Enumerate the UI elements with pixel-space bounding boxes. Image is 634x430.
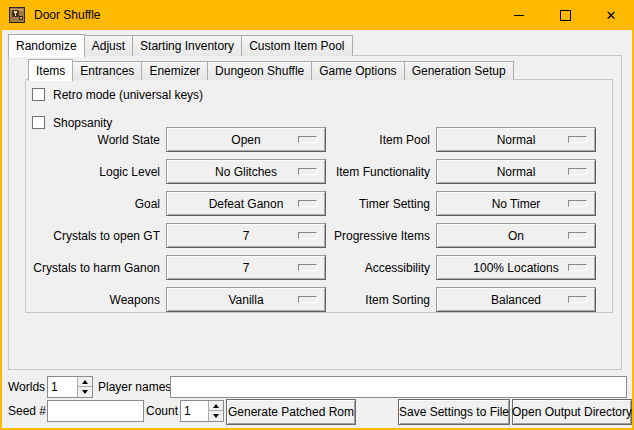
worlds-spinner bbox=[47, 376, 93, 398]
count-spin-arrows bbox=[208, 401, 223, 421]
tab-label: Randomize bbox=[16, 39, 77, 53]
weapons-row: Weapons Vanilla bbox=[30, 287, 326, 312]
item-functionality-label: Item Functionality bbox=[300, 165, 430, 179]
dropdown-indicator-icon bbox=[568, 232, 587, 239]
inner-tabstrip: Items Entrances Enemizer Dungeon Shuffle… bbox=[28, 58, 513, 80]
item-functionality-dropdown[interactable]: Normal bbox=[436, 159, 596, 184]
item-sorting-row: Item Sorting Balanced bbox=[300, 287, 596, 312]
door-shuffle-window: Door Shuffle ✕ Randomize Adjust Starting… bbox=[0, 0, 634, 430]
timer-setting-dropdown[interactable]: No Timer bbox=[436, 191, 596, 216]
timer-setting-value: No Timer bbox=[492, 197, 541, 211]
tab-label: Custom Item Pool bbox=[249, 39, 344, 53]
timer-setting-label: Timer Setting bbox=[300, 197, 430, 211]
tab-generation-setup[interactable]: Generation Setup bbox=[404, 61, 514, 80]
dropdown-indicator-icon bbox=[568, 200, 587, 207]
tab-label: Game Options bbox=[319, 64, 396, 78]
count-label: Count bbox=[146, 400, 178, 422]
minimize-button[interactable] bbox=[496, 0, 542, 30]
retro-mode-option: Retro mode (universal keys) bbox=[32, 86, 203, 103]
count-spin-up-button[interactable] bbox=[209, 401, 223, 411]
retro-mode-label: Retro mode (universal keys) bbox=[53, 88, 203, 102]
button-label: Save Settings to File bbox=[399, 405, 509, 419]
retro-mode-checkbox[interactable] bbox=[32, 88, 45, 101]
tab-label: Entrances bbox=[80, 64, 134, 78]
accessibility-dropdown[interactable]: 100% Locations bbox=[436, 255, 596, 280]
accessibility-value: 100% Locations bbox=[473, 261, 558, 275]
item-sorting-value: Balanced bbox=[491, 293, 541, 307]
seed-input[interactable] bbox=[47, 400, 144, 422]
worlds-spin-arrows bbox=[77, 377, 92, 397]
dropdown-indicator-icon bbox=[568, 136, 587, 143]
worlds-input[interactable] bbox=[48, 377, 77, 397]
progressive-items-row: Progressive Items On bbox=[300, 223, 596, 248]
crystals-open-gt-value: 7 bbox=[243, 229, 250, 243]
spin-up-icon bbox=[82, 380, 88, 384]
tab-label: Generation Setup bbox=[412, 64, 506, 78]
worlds-spin-up-button[interactable] bbox=[78, 377, 92, 387]
tab-enemizer[interactable]: Enemizer bbox=[141, 61, 208, 80]
logic-level-value: No Glitches bbox=[215, 165, 277, 179]
tab-randomize[interactable]: Randomize bbox=[8, 34, 85, 57]
item-pool-label: Item Pool bbox=[300, 133, 430, 147]
progressive-items-label: Progressive Items bbox=[300, 229, 430, 243]
tab-label: Enemizer bbox=[149, 64, 200, 78]
open-output-directory-button[interactable]: Open Output Directory bbox=[512, 399, 632, 425]
item-sorting-label: Item Sorting bbox=[300, 293, 430, 307]
item-sorting-dropdown[interactable]: Balanced bbox=[436, 287, 596, 312]
tab-label: Starting Inventory bbox=[140, 39, 234, 53]
spin-down-icon bbox=[82, 390, 88, 394]
tab-adjust[interactable]: Adjust bbox=[84, 35, 133, 56]
player-names-input[interactable] bbox=[170, 376, 627, 398]
tab-entrances[interactable]: Entrances bbox=[72, 61, 142, 80]
button-label: Generate Patched Rom bbox=[228, 405, 354, 419]
tab-custom-item-pool[interactable]: Custom Item Pool bbox=[241, 35, 352, 56]
world-state-row: World State Open bbox=[30, 127, 326, 152]
tab-label: Dungeon Shuffle bbox=[215, 64, 304, 78]
dropdown-indicator-icon bbox=[568, 168, 587, 175]
player-names-label: Player names bbox=[98, 376, 171, 398]
spin-up-icon bbox=[213, 404, 219, 408]
weapons-value: Vanilla bbox=[228, 293, 263, 307]
item-functionality-value: Normal bbox=[497, 165, 536, 179]
count-spin-down-button[interactable] bbox=[209, 411, 223, 421]
tab-starting-inventory[interactable]: Starting Inventory bbox=[132, 35, 242, 56]
titlebar: Door Shuffle ✕ bbox=[0, 0, 634, 30]
tab-dungeon-shuffle[interactable]: Dungeon Shuffle bbox=[207, 61, 312, 80]
outer-tabstrip: Randomize Adjust Starting Inventory Cust… bbox=[8, 33, 352, 56]
dropdown-indicator-icon bbox=[568, 296, 587, 303]
window-border-left bbox=[0, 30, 2, 430]
maximize-icon bbox=[560, 10, 571, 21]
progressive-items-value: On bbox=[508, 229, 524, 243]
crystals-harm-ganon-row: Crystals to harm Ganon 7 bbox=[30, 255, 326, 280]
seed-label: Seed # bbox=[8, 400, 46, 422]
logic-level-label: Logic Level bbox=[30, 165, 160, 179]
app-icon bbox=[9, 7, 25, 23]
tab-game-options[interactable]: Game Options bbox=[311, 61, 404, 80]
tab-label: Adjust bbox=[92, 39, 125, 53]
logic-level-row: Logic Level No Glitches bbox=[30, 159, 326, 184]
crystals-harm-ganon-value: 7 bbox=[243, 261, 250, 275]
window-title: Door Shuffle bbox=[34, 8, 496, 22]
count-input[interactable] bbox=[181, 401, 208, 421]
button-label: Open Output Directory bbox=[512, 405, 632, 419]
item-functionality-row: Item Functionality Normal bbox=[300, 159, 596, 184]
generate-patched-rom-button[interactable]: Generate Patched Rom bbox=[226, 399, 356, 425]
tab-label: Items bbox=[36, 64, 65, 78]
accessibility-row: Accessibility 100% Locations bbox=[300, 255, 596, 280]
goal-label: Goal bbox=[30, 197, 160, 211]
item-pool-value: Normal bbox=[497, 133, 536, 147]
minimize-icon bbox=[514, 15, 524, 16]
spin-down-icon bbox=[213, 414, 219, 418]
world-state-value: Open bbox=[231, 133, 260, 147]
close-button[interactable]: ✕ bbox=[588, 0, 634, 30]
progressive-items-dropdown[interactable]: On bbox=[436, 223, 596, 248]
dropdown-indicator-icon bbox=[568, 264, 587, 271]
item-pool-dropdown[interactable]: Normal bbox=[436, 127, 596, 152]
worlds-spin-down-button[interactable] bbox=[78, 387, 92, 397]
crystals-open-gt-label: Crystals to open GT bbox=[30, 229, 160, 243]
tab-items[interactable]: Items bbox=[28, 59, 73, 81]
save-settings-button[interactable]: Save Settings to File bbox=[398, 399, 510, 425]
item-pool-row: Item Pool Normal bbox=[300, 127, 596, 152]
maximize-button[interactable] bbox=[542, 0, 588, 30]
crystals-harm-ganon-label: Crystals to harm Ganon bbox=[30, 261, 160, 275]
